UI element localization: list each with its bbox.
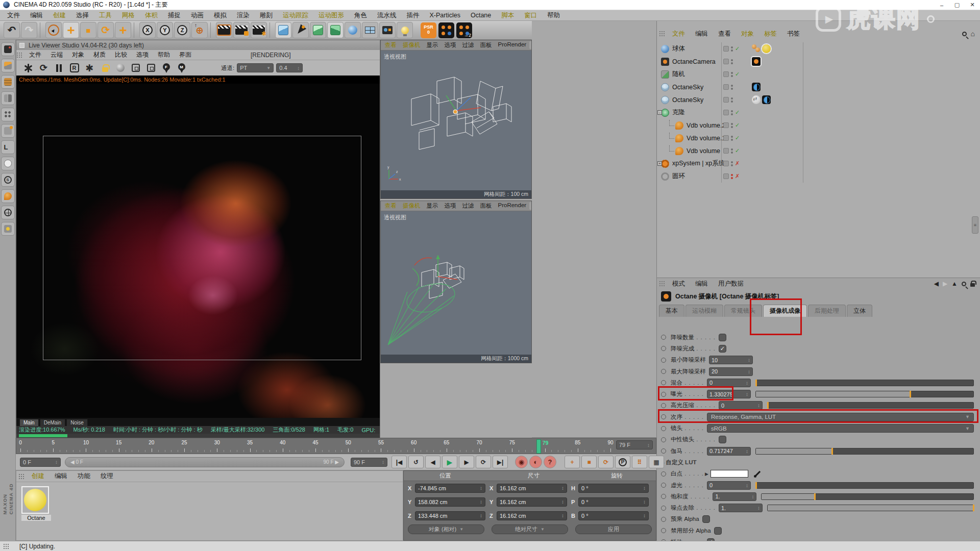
layer-box[interactable] xyxy=(723,46,729,52)
slider-handle[interactable] xyxy=(910,391,911,397)
white-point-swatch[interactable] xyxy=(710,470,748,478)
minimize-button[interactable]: – xyxy=(934,0,949,10)
lv-menu-文件[interactable]: 文件 xyxy=(24,51,46,58)
viewport-menu-面板[interactable]: 面板 xyxy=(477,41,495,49)
menu-选择[interactable]: 选择 xyxy=(71,11,94,20)
viewport-menu-选项[interactable]: 选项 xyxy=(442,202,459,210)
settings-gear-button[interactable] xyxy=(83,62,96,74)
render-canvas[interactable] xyxy=(16,84,380,418)
dock-snap-button[interactable] xyxy=(1,173,15,187)
menu-雕刻[interactable]: 雕刻 xyxy=(255,11,278,20)
up-level-icon[interactable]: ▲ xyxy=(951,280,958,287)
attr-menu-用户数据[interactable]: 用户数据 xyxy=(713,280,749,288)
dock-cubes2-button[interactable] xyxy=(1,91,15,105)
plane-tool-button[interactable] xyxy=(362,22,378,38)
layer-box[interactable] xyxy=(723,59,729,64)
object-row-Vdb volume.2[interactable]: Vdb volume.2✓ xyxy=(657,119,980,132)
attr-tab-运动模糊[interactable]: 运动模糊 xyxy=(685,305,723,317)
layer-box[interactable] xyxy=(723,173,729,179)
search-icon[interactable] xyxy=(962,32,967,36)
attr-tab-立体[interactable]: 立体 xyxy=(847,305,872,317)
menu-运动跟踪[interactable]: 运动跟踪 xyxy=(278,11,313,20)
render-view-button[interactable] xyxy=(216,22,232,38)
channel-select[interactable]: PT▼ xyxy=(237,63,274,72)
go-start-button[interactable]: |◀ xyxy=(391,456,407,468)
om-menu-文件[interactable]: 文件 xyxy=(667,30,690,38)
cube-add-button[interactable] xyxy=(275,22,291,38)
keyframe-dot-icon[interactable] xyxy=(661,448,666,454)
keyframe-dot-icon[interactable] xyxy=(661,506,666,511)
history-forward-icon[interactable]: ▶ xyxy=(943,280,947,287)
position-field[interactable]: -74.845 cm↕ xyxy=(415,484,485,493)
object-row-球体[interactable]: 球体✓ xyxy=(657,42,980,55)
pane-b-button[interactable] xyxy=(144,62,158,74)
param-dropdown[interactable]: Response, Gamma, LUT▼ xyxy=(707,413,974,421)
slider-handle[interactable] xyxy=(767,402,769,409)
menu-渲染[interactable]: 渲染 xyxy=(232,11,255,20)
viewport-menu-查看[interactable]: 查看 xyxy=(382,41,400,49)
attr-menu-模式[interactable]: 模式 xyxy=(667,280,690,288)
viewport-menu-查看[interactable]: 查看 xyxy=(382,202,400,210)
render-picture-viewer-button[interactable] xyxy=(233,22,250,38)
range-end-field[interactable]: 90 F↕ xyxy=(351,458,387,467)
material-thumbnail[interactable] xyxy=(21,486,49,514)
visibility-dots[interactable] xyxy=(731,123,733,128)
enable-state-icon[interactable]: ✓ xyxy=(735,135,741,141)
param-dropdown[interactable]: sRGB▼ xyxy=(707,424,974,433)
octane-dots-button[interactable] xyxy=(438,22,454,38)
loop-button[interactable]: ⟳ xyxy=(476,456,491,468)
keyframe-dot-icon[interactable] xyxy=(661,483,666,488)
dock-web-button[interactable] xyxy=(1,206,15,219)
dock-monitor-button[interactable] xyxy=(1,42,15,56)
lock-icon[interactable] xyxy=(970,283,975,287)
layer-box[interactable] xyxy=(723,161,729,166)
menu-插件[interactable]: 插件 xyxy=(402,11,425,20)
record-scale-button[interactable]: ■ xyxy=(581,456,597,468)
enable-state-icon[interactable]: ✓ xyxy=(735,109,741,116)
visibility-dots[interactable] xyxy=(731,174,733,179)
lv-menu-云端[interactable]: 云端 xyxy=(46,51,67,58)
om-menu-书签[interactable]: 书签 xyxy=(782,30,805,38)
menu-运动图形[interactable]: 运动图形 xyxy=(313,11,349,20)
dock-array-button[interactable] xyxy=(1,108,15,121)
sky-tag-icon[interactable] xyxy=(762,95,771,104)
pane-a-button[interactable] xyxy=(129,62,142,74)
slider-handle[interactable] xyxy=(755,380,757,386)
maximize-button[interactable]: ▢ xyxy=(949,0,965,10)
close-button[interactable]: ✕ xyxy=(965,0,980,10)
drag-handle-icon[interactable] xyxy=(659,281,665,287)
dock-corner-button[interactable] xyxy=(1,124,15,138)
param-value-field[interactable]: 10↕ xyxy=(709,356,753,364)
object-row-OctaneSky[interactable]: OctaneSky xyxy=(657,93,980,106)
keyframe-dot-icon[interactable] xyxy=(661,494,666,499)
menu-文件[interactable]: 文件 xyxy=(2,11,25,20)
drag-handle-icon[interactable] xyxy=(659,31,665,37)
object-row-随机[interactable]: 随机✓ xyxy=(657,68,980,81)
coord-button-对象 (相对)[interactable]: 对象 (相对)▼ xyxy=(408,524,484,534)
next-frame-button[interactable]: ▶ xyxy=(459,456,474,468)
param-value-field[interactable]: 0↕ xyxy=(707,379,751,387)
menu-脚本[interactable]: 脚本 xyxy=(496,11,519,20)
keyframe-dot-icon[interactable] xyxy=(661,517,666,522)
pick-material-button[interactable]: M xyxy=(175,62,188,74)
object-row-Vdb volume.1[interactable]: Vdb volume.1✓ xyxy=(657,132,980,144)
lv-menu-材质[interactable]: 材质 xyxy=(89,51,110,58)
material-ball-button[interactable] xyxy=(113,62,127,74)
dock-paint-button[interactable] xyxy=(1,189,15,203)
play-reverse-button[interactable]: ↺ xyxy=(408,456,424,468)
mat-menu-功能[interactable]: 功能 xyxy=(72,472,95,481)
timeline-ruler[interactable]: 0510152025303540455055606570758590 79 79… xyxy=(16,438,656,454)
param-checkbox[interactable] xyxy=(714,527,722,535)
rotation-field[interactable]: 0 °↕ xyxy=(578,484,649,493)
visibility-dots[interactable] xyxy=(731,85,733,90)
keyframe-dot-icon[interactable] xyxy=(661,437,666,442)
mat-menu-纹理[interactable]: 纹理 xyxy=(95,472,118,481)
menu-Octane[interactable]: Octane xyxy=(465,12,496,19)
current-frame-marker[interactable] xyxy=(536,439,541,454)
param-value-field[interactable]: 1.↕ xyxy=(713,492,756,501)
keyframe-dot-icon[interactable] xyxy=(661,528,666,533)
menu-网格[interactable]: 网格 xyxy=(117,11,140,20)
coord-button-绝对尺寸[interactable]: 绝对尺寸▼ xyxy=(492,524,568,534)
keyframe-dot-icon[interactable] xyxy=(661,471,666,477)
layer-box[interactable] xyxy=(723,110,729,115)
